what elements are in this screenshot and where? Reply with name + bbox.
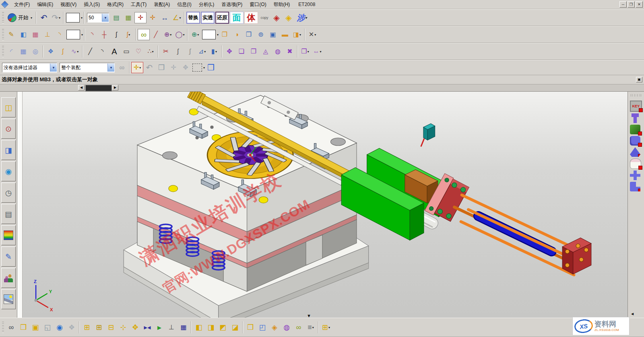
intersection-curve-icon[interactable]: ┼ <box>98 29 110 40</box>
menu-preferences[interactable]: 首选项(P) <box>218 1 246 8</box>
dropdown-arrow[interactable]: ▾ <box>308 50 309 53</box>
horizontal-scrollbar[interactable]: ◀ ▶ <box>0 84 644 92</box>
menu-undo-icon[interactable]: ↶ <box>143 62 155 73</box>
copy-face-icon[interactable]: copy <box>258 12 270 23</box>
sketch-plane-swatch[interactable] <box>202 30 216 39</box>
styled-sweep-icon[interactable]: ʃ <box>57 46 69 57</box>
offset-dimension-icon[interactable]: ✕▾ <box>306 29 318 40</box>
close-button[interactable]: ✕ <box>636 1 643 8</box>
exploded-view-icon[interactable]: ❒ <box>244 322 256 333</box>
dropdown-arrow[interactable]: ▾ <box>314 33 316 37</box>
section-curve-icon[interactable]: ʃ <box>110 29 122 40</box>
divide-curve-icon[interactable]: ʃ <box>172 46 184 57</box>
tab-internet-browser[interactable]: ◉ <box>1 161 16 181</box>
revolve-icon[interactable]: ◑ <box>231 29 243 40</box>
display-style-swatch[interactable] <box>66 13 80 23</box>
dropdown-arrow[interactable]: ▾ <box>152 50 154 53</box>
menu-help[interactable]: 帮助(H) <box>270 1 294 8</box>
palette-item-key[interactable]: KEY <box>630 101 642 112</box>
offset-curve-icon[interactable]: ʃ▾ <box>122 29 134 40</box>
plane-swatch[interactable] <box>66 30 80 39</box>
toolbar-handle[interactable] <box>2 46 4 57</box>
replace-button[interactable]: 替换 <box>186 12 200 24</box>
pull-face-icon[interactable]: ❏ <box>235 46 248 57</box>
offset-region-icon[interactable]: ❐ <box>248 46 260 57</box>
datum-csys-icon[interactable]: ⊥ <box>41 29 54 40</box>
assembly-constraints-icon[interactable]: ▶◀ <box>141 322 153 333</box>
red-cube-icon[interactable]: ◈ <box>270 12 283 23</box>
ruled-surface-icon[interactable]: ◜ <box>5 46 17 57</box>
move-component-icon[interactable]: ✥ <box>129 322 141 333</box>
sketch-arc-icon[interactable]: ◝ <box>96 46 108 57</box>
sequence-icon[interactable]: ◪ <box>229 322 241 333</box>
sketch-icon[interactable]: ✎ <box>5 29 17 40</box>
menu-window[interactable]: 窗口(O) <box>246 1 270 8</box>
redo-icon[interactable]: ↷▾ <box>50 12 62 23</box>
minimize-button[interactable]: ─ <box>619 1 627 8</box>
dropdown-arrow[interactable]: ▾ <box>183 33 184 37</box>
dropdown-arrow[interactable]: ▾ <box>59 16 60 20</box>
yellow-cube-icon[interactable]: ◈ <box>283 12 295 23</box>
wave-link-icon[interactable]: ⊹ <box>117 322 129 333</box>
palette-item-blue-bracket[interactable] <box>630 136 640 146</box>
translucent-button[interactable]: 实透 <box>201 12 215 24</box>
interference-button[interactable]: 涉▾ <box>295 12 309 24</box>
palette-item-tri-plate[interactable] <box>630 147 640 157</box>
dropdown-arrow[interactable]: ▾ <box>299 33 301 37</box>
tab-assembly-navigator[interactable]: ◫ <box>1 97 16 117</box>
toolbar-overflow-chevron[interactable]: ▼ <box>307 313 311 318</box>
boolean-unite-icon[interactable]: ⊕▾ <box>189 29 201 40</box>
dropdown-arrow[interactable]: ▾ <box>197 33 199 37</box>
clearance-analysis-icon[interactable]: ◍ <box>281 322 293 333</box>
dropdown-arrow[interactable]: ▾ <box>77 50 78 53</box>
find-component-icon[interactable]: ∞ <box>5 322 17 333</box>
move-face-icon[interactable]: ✥ <box>223 46 235 57</box>
dropdown-arrow[interactable]: ▾ <box>139 66 141 70</box>
trim-curve-icon[interactable]: ✂ <box>160 46 172 57</box>
tab-roles[interactable] <box>1 268 16 288</box>
palette-handle[interactable] <box>631 94 641 97</box>
relations-browser-icon[interactable]: ≡▾ <box>305 322 317 333</box>
body-button[interactable]: 体 <box>244 12 258 24</box>
start-button[interactable]: 开始▾ <box>5 12 35 24</box>
tab-visual-editor[interactable]: ✎ <box>1 247 16 267</box>
scroll-right-button[interactable]: ▶ <box>112 85 118 90</box>
work-layer-combo-arrow[interactable]: ▼ <box>102 14 109 22</box>
tube-icon[interactable]: ▮▾ <box>208 46 220 57</box>
dropdown-arrow[interactable]: ▾ <box>180 16 181 20</box>
menu-edit[interactable]: 编辑(E) <box>33 1 57 8</box>
slot-icon[interactable]: ▣ <box>267 29 279 40</box>
delete-face-icon[interactable]: ✖ <box>284 46 296 57</box>
sheet-sweep-icon[interactable]: ∿▾ <box>69 46 81 57</box>
line-icon[interactable]: ╱ <box>150 29 162 40</box>
pad-icon[interactable]: ▬ <box>279 29 291 40</box>
sheet-grid-icon[interactable]: ▦ <box>29 29 41 40</box>
bend-surface-icon[interactable]: ◝ <box>54 29 66 40</box>
menu-information[interactable]: 信息(I) <box>173 1 195 8</box>
work-layer-combo[interactable]: 50▼ <box>87 13 109 23</box>
replace-face-icon[interactable]: ◬ <box>260 46 272 57</box>
menu-analysis[interactable]: 分析(L) <box>195 1 218 8</box>
emboss-icon[interactable]: ◨▾ <box>291 29 303 40</box>
remember-constraints-icon[interactable]: ▦ <box>178 322 190 333</box>
toolbar-handle[interactable] <box>2 29 4 40</box>
copy-face-feature-icon[interactable]: ❐▾ <box>299 46 311 57</box>
palette-item-pipe-elbow[interactable] <box>630 182 640 191</box>
scroll-left-button[interactable]: ◀ <box>78 85 85 90</box>
measure-distance-icon[interactable]: ↔ <box>159 12 171 23</box>
tab-part-navigator[interactable]: ◨ <box>1 140 16 160</box>
datum-plane-icon[interactable]: ◧ <box>17 29 29 40</box>
circle-icon[interactable]: ⊕▾ <box>162 29 174 40</box>
dropdown-arrow[interactable]: ▾ <box>328 326 330 329</box>
tab-gallery[interactable] <box>1 289 16 309</box>
dropdown-arrow[interactable]: ▾ <box>170 33 171 37</box>
selection-scope-combo[interactable]: 整个装配▼ <box>60 63 115 72</box>
snapshot-icon[interactable]: ◉ <box>54 322 66 333</box>
3d-viewport[interactable]: Z Y X 潇洒职业培训学校 官网:WWW.DGXSPX.COM <box>17 92 627 318</box>
dropdown-arrow[interactable]: ▾ <box>215 50 217 53</box>
selection-filter-combo-arrow[interactable]: ▼ <box>50 64 57 72</box>
palette-item-bushing[interactable] <box>630 158 641 169</box>
snap-point-icon[interactable]: ✛▾ <box>131 62 143 73</box>
wcs-dynamics-icon[interactable]: ✛ <box>147 12 159 23</box>
arrangements-icon[interactable]: ◩ <box>217 322 229 333</box>
